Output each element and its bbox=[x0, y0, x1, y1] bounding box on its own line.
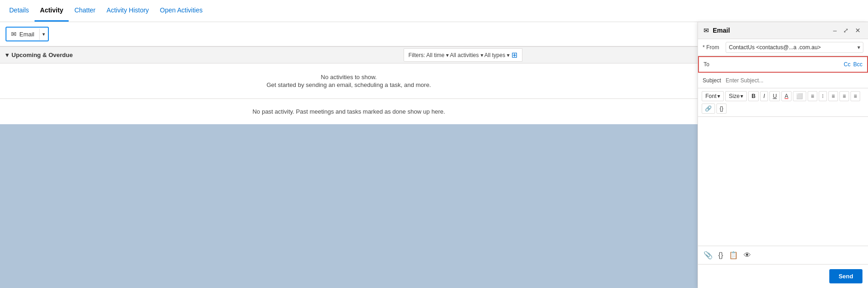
more-icon: ⊞ bbox=[511, 51, 517, 59]
ordered-list-button[interactable]: ≡ bbox=[808, 91, 817, 101]
cc-bcc-controls: Cc Bcc bbox=[844, 61, 862, 68]
align-right-icon: ≡ bbox=[854, 93, 857, 99]
to-field-row: To Cc Bcc bbox=[698, 56, 868, 73]
email-footer: Send bbox=[698, 264, 868, 288]
code-button[interactable]: {} bbox=[716, 104, 727, 114]
no-past-activity-text: No past activity. Past meetings and task… bbox=[9, 108, 688, 115]
to-input[interactable] bbox=[727, 61, 844, 68]
underline-icon: U bbox=[773, 93, 777, 99]
upcoming-section: ▾ Upcoming & Overdue No activities to sh… bbox=[0, 46, 698, 99]
tab-open-activities[interactable]: Open Activities bbox=[154, 0, 208, 22]
tab-details[interactable]: Details bbox=[4, 0, 35, 22]
no-past-activity: No past activity. Past meetings and task… bbox=[0, 99, 698, 124]
send-button[interactable]: Send bbox=[829, 269, 862, 283]
font-dropdown-icon: ▾ bbox=[717, 93, 720, 99]
strikethrough-button[interactable]: A bbox=[781, 91, 792, 101]
preview-button[interactable]: 👁 bbox=[743, 250, 752, 260]
link-button[interactable]: 🔗 bbox=[702, 104, 715, 114]
tab-bar: Details Activity Chatter Activity Histor… bbox=[0, 0, 868, 22]
left-panel: ✉ Email ▾ ▾ Upcoming & Overdue No activi… bbox=[0, 22, 698, 288]
align-center-icon: ≡ bbox=[843, 93, 846, 99]
subject-input[interactable] bbox=[726, 77, 863, 84]
tab-activity-history[interactable]: Activity History bbox=[101, 0, 154, 22]
email-panel: ✉ Email – ⤢ ✕ * From ContactUs <contactu… bbox=[698, 22, 868, 288]
code-icon: {} bbox=[720, 105, 723, 112]
email-panel-header: ✉ Email – ⤢ ✕ bbox=[698, 22, 868, 39]
from-field-row: * From ContactUs <contactus@...a .com.au… bbox=[698, 39, 868, 56]
subject-label: Subject bbox=[703, 77, 726, 84]
bcc-button[interactable]: Bcc bbox=[853, 61, 862, 68]
email-body[interactable] bbox=[698, 117, 868, 246]
align-right-button[interactable]: ≡ bbox=[850, 91, 860, 101]
merge-field-button[interactable]: {} bbox=[717, 250, 724, 260]
unordered-list-icon: ⁝ bbox=[822, 93, 824, 99]
align-left-icon: ≡ bbox=[832, 93, 835, 99]
cc-button[interactable]: Cc bbox=[844, 61, 850, 68]
attachment-icon: 📎 bbox=[704, 251, 713, 259]
filters-label: Filters: All time ▾ All activities ▾ All… bbox=[409, 52, 510, 58]
activity-toolbar: ✉ Email ▾ bbox=[0, 22, 698, 46]
italic-button[interactable]: I bbox=[760, 91, 768, 101]
to-label: To bbox=[704, 61, 727, 68]
bold-icon: B bbox=[751, 93, 756, 99]
from-dropdown[interactable]: ContactUs <contactus@...a .com.au> ▾ bbox=[726, 42, 863, 53]
size-button[interactable]: Size ▾ bbox=[725, 91, 747, 101]
no-activity-line2: Get started by sending an email, schedul… bbox=[9, 81, 688, 88]
email-icon: ✉ bbox=[704, 27, 709, 34]
bold-button[interactable]: B bbox=[748, 91, 759, 101]
attachment-button[interactable]: 📎 bbox=[703, 250, 714, 260]
email-button[interactable]: ✉ Email bbox=[6, 28, 39, 40]
chevron-down-icon: ▾ bbox=[6, 52, 9, 58]
from-label: * From bbox=[703, 44, 726, 51]
size-dropdown-icon: ▾ bbox=[740, 93, 743, 99]
from-value: ContactUs <contactus@...a .com.au> bbox=[729, 44, 821, 51]
email-button-label: Email bbox=[19, 31, 35, 38]
visibility-icon: 👁 bbox=[744, 251, 751, 259]
expand-button[interactable]: ⤢ bbox=[841, 26, 850, 35]
chevron-down-icon: ▾ bbox=[857, 44, 860, 51]
link-icon: 🔗 bbox=[705, 105, 712, 112]
subject-row: Subject bbox=[698, 73, 868, 88]
tab-chatter[interactable]: Chatter bbox=[69, 0, 101, 22]
template-button[interactable]: 📋 bbox=[728, 250, 739, 260]
no-activity-message: No activities to show. Get started by se… bbox=[0, 63, 698, 99]
unordered-list-button[interactable]: ⁝ bbox=[819, 91, 827, 101]
minimize-button[interactable]: – bbox=[831, 26, 839, 35]
email-bottom-toolbar: 📎 {} 📋 👁 bbox=[698, 246, 868, 264]
email-dropdown-button[interactable]: ▾ bbox=[39, 29, 48, 40]
font-button[interactable]: Font ▾ bbox=[702, 91, 724, 101]
chevron-down-icon: ▾ bbox=[42, 31, 45, 37]
italic-icon: I bbox=[763, 93, 765, 99]
merge-field-icon: {} bbox=[718, 251, 723, 259]
underline-button[interactable]: U bbox=[769, 91, 780, 101]
align-center-button[interactable]: ≡ bbox=[839, 91, 849, 101]
main-content: ✉ Email ▾ ▾ Upcoming & Overdue No activi… bbox=[0, 22, 868, 288]
email-panel-controls: – ⤢ ✕ bbox=[831, 26, 862, 35]
email-button-group: ✉ Email ▾ bbox=[6, 27, 49, 41]
size-label: Size bbox=[729, 93, 739, 99]
close-button[interactable]: ✕ bbox=[853, 26, 862, 35]
ordered-list-icon: ≡ bbox=[811, 93, 814, 99]
email-panel-title: Email bbox=[713, 27, 827, 34]
font-color-icon: A bbox=[785, 93, 788, 99]
tab-activity[interactable]: Activity bbox=[35, 0, 69, 22]
upcoming-header: ▾ Upcoming & Overdue bbox=[0, 46, 698, 63]
upcoming-header-label: Upcoming & Overdue bbox=[12, 52, 73, 58]
image-icon: ⬜ bbox=[796, 93, 803, 99]
font-label: Font bbox=[705, 93, 716, 99]
no-activity-line1: No activities to show. bbox=[9, 74, 688, 81]
filters-bar: Filters: All time ▾ All activities ▾ All… bbox=[404, 48, 522, 62]
format-toolbar: Font ▾ Size ▾ B I U A ⬜ ≡ bbox=[698, 88, 868, 117]
template-icon: 📋 bbox=[729, 251, 738, 259]
email-icon: ✉ bbox=[11, 30, 17, 38]
align-left-button[interactable]: ≡ bbox=[828, 91, 838, 101]
image-button[interactable]: ⬜ bbox=[793, 91, 806, 101]
